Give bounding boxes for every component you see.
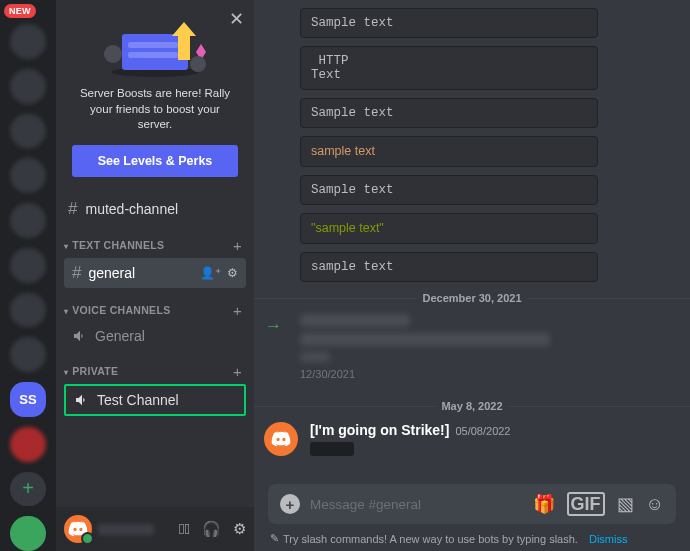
channel-label: General xyxy=(95,328,238,344)
attach-button[interactable]: + xyxy=(280,494,300,514)
category-label: PRIVATE xyxy=(72,365,118,377)
gear-icon[interactable]: ⚙ xyxy=(227,266,238,280)
gift-icon[interactable]: 🎁 xyxy=(533,493,555,515)
category-text-channels[interactable]: ▾TEXT CHANNELS + xyxy=(56,225,254,256)
message-join: → 12/30/2021 xyxy=(270,310,672,390)
date-divider: December 30, 2021 xyxy=(254,292,690,304)
svg-rect-3 xyxy=(128,52,178,58)
sticker-icon[interactable]: ▧ xyxy=(617,493,634,515)
server-item[interactable] xyxy=(10,427,46,462)
server-item[interactable] xyxy=(10,69,46,104)
code-block: sample text xyxy=(300,136,598,167)
wand-icon: ✎ xyxy=(270,532,279,545)
hash-icon: # xyxy=(72,263,81,283)
channel-label: general xyxy=(88,265,193,281)
add-server-button[interactable]: + xyxy=(10,472,46,507)
server-item-ss[interactable]: SS xyxy=(10,382,46,417)
category-label: VOICE CHANNELS xyxy=(72,304,170,316)
promo-text: Server Boosts are here! Rally your frien… xyxy=(72,86,238,133)
dismiss-link[interactable]: Dismiss xyxy=(589,533,628,545)
svg-point-6 xyxy=(104,45,122,63)
message-list: Sample text HTTP Text Sample text sample… xyxy=(254,0,690,484)
settings-gear-icon[interactable]: ⚙ xyxy=(233,520,246,538)
message-timestamp: 12/30/2021 xyxy=(300,368,672,380)
code-block: Sample text xyxy=(300,8,598,38)
message-content-redacted xyxy=(310,442,354,456)
channel-sidebar: ✕ Server Boosts are here! Rally your fri… xyxy=(56,0,254,551)
svg-point-7 xyxy=(190,56,206,72)
code-block: Sample text xyxy=(300,175,598,205)
channel-label: muted-channel xyxy=(85,201,178,217)
chevron-down-icon: ▾ xyxy=(64,307,68,316)
channel-label: Test Channel xyxy=(97,392,236,408)
new-badge: NEW xyxy=(4,4,36,18)
date-divider: May 8, 2022 xyxy=(254,400,690,412)
gif-icon[interactable]: GIF xyxy=(567,492,605,516)
add-channel-icon[interactable]: + xyxy=(233,363,242,380)
message: [I'm going on Strike!]05/08/2022 xyxy=(264,418,672,470)
promo-illustration xyxy=(72,14,238,78)
hash-icon: # xyxy=(68,199,77,219)
username-redacted xyxy=(98,524,154,535)
server-item[interactable] xyxy=(10,158,46,193)
message-avatar[interactable] xyxy=(264,422,298,456)
message-author[interactable]: [I'm going on Strike!]05/08/2022 xyxy=(310,422,511,438)
category-voice-channels[interactable]: ▾VOICE CHANNELS + xyxy=(56,290,254,321)
code-block: Sample text xyxy=(300,98,598,128)
user-area: 🎙̸ 🎧 ⚙ xyxy=(56,507,254,551)
code-block: sample text xyxy=(300,252,598,282)
chat-area: Sample text HTTP Text Sample text sample… xyxy=(254,0,690,551)
add-channel-icon[interactable]: + xyxy=(233,237,242,254)
user-avatar[interactable] xyxy=(64,515,92,543)
chevron-down-icon: ▾ xyxy=(64,368,68,377)
join-arrow-icon: → xyxy=(265,316,282,336)
mute-icon[interactable]: 🎙̸ xyxy=(179,520,190,538)
speaker-icon xyxy=(72,328,88,344)
svg-rect-2 xyxy=(128,42,178,48)
slash-hint: ✎ Try slash commands! A new way to use b… xyxy=(254,528,690,551)
channel-general-text[interactable]: # general 👤⁺ ⚙ xyxy=(64,258,246,288)
server-item[interactable] xyxy=(10,114,46,149)
see-levels-perks-button[interactable]: See Levels & Perks xyxy=(72,145,238,177)
category-label: TEXT CHANNELS xyxy=(72,239,164,251)
server-rail: NEW SS + xyxy=(0,0,56,551)
message-composer: + 🎁 GIF ▧ ☺ xyxy=(268,484,676,524)
server-item[interactable] xyxy=(10,293,46,328)
emoji-icon[interactable]: ☺ xyxy=(646,494,664,515)
muted-channel-row[interactable]: # muted-channel xyxy=(56,193,254,225)
server-item[interactable] xyxy=(10,337,46,372)
server-item[interactable] xyxy=(10,24,46,59)
server-item[interactable] xyxy=(10,203,46,238)
add-channel-icon[interactable]: + xyxy=(233,302,242,319)
code-block: HTTP Text xyxy=(300,46,598,90)
server-item[interactable] xyxy=(10,248,46,283)
explore-servers-button[interactable] xyxy=(10,516,46,551)
message-input[interactable] xyxy=(310,497,523,512)
boost-promo: ✕ Server Boosts are here! Rally your fri… xyxy=(56,0,254,193)
message-timestamp: 05/08/2022 xyxy=(455,425,510,437)
channel-general-voice[interactable]: General xyxy=(64,323,246,349)
speaker-icon xyxy=(74,392,90,408)
create-invite-icon[interactable]: 👤⁺ xyxy=(200,266,221,280)
deafen-icon[interactable]: 🎧 xyxy=(202,520,221,538)
code-block: "sample text" xyxy=(300,213,598,244)
channel-test-channel[interactable]: Test Channel xyxy=(64,384,246,416)
chevron-down-icon: ▾ xyxy=(64,242,68,251)
category-private[interactable]: ▾PRIVATE + xyxy=(56,351,254,382)
close-icon[interactable]: ✕ xyxy=(229,8,244,30)
